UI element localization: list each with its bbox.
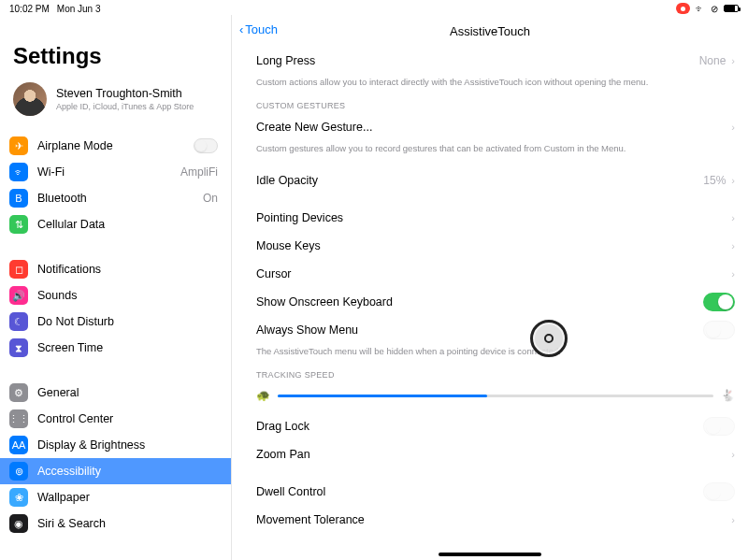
status-bar: 10:02 PM Mon Jun 3 ᯤ ⊘ [0,0,748,15]
sidebar-item-airplane-mode[interactable]: ✈Airplane Mode [0,133,231,159]
page-title: AssistiveTouch [450,24,530,38]
movement-tolerance-row[interactable]: Movement Tolerance › [256,506,735,534]
long-press-footer: Custom actions allow you to interact dir… [256,75,735,95]
mouse-keys-row[interactable]: Mouse Keys › [256,232,735,260]
tracking-speed-slider[interactable]: 🐢 🐇 [256,382,735,409]
sidebar-item-accessibility[interactable]: ⊚Accessibility [0,458,231,484]
show-keyboard-row[interactable]: Show Onscreen Keyboard [256,288,735,316]
tortoise-icon: 🐢 [256,389,270,402]
sidebar-item-label: Wallpaper [37,491,218,504]
sidebar-item-general[interactable]: ⚙General [0,380,231,406]
sidebar-item-label: Control Center [37,412,218,425]
wallpaper-icon: ❀ [9,488,28,507]
siri-icon: ◉ [9,514,28,533]
airplane-mode-toggle[interactable] [194,138,218,153]
bluetooth-icon: B [9,189,28,208]
accessibility-icon: ⊚ [9,462,28,481]
wifi-icon: ᯤ [9,163,28,181]
sidebar-item-label: Sounds [37,289,218,302]
orientation-lock-icon: ⊘ [711,4,718,14]
sidebar-item-sounds[interactable]: 🔊Sounds [0,282,231,309]
chevron-left-icon: ‹ [239,22,243,36]
sidebar-item-display-brightness[interactable]: AADisplay & Brightness [0,432,231,458]
chevron-right-icon: › [731,240,735,251]
sidebar-item-control-center[interactable]: ⋮⋮Control Center [0,406,231,432]
custom-gestures-footer: Custom gestures allow you to record gest… [256,141,735,162]
chevron-right-icon: › [731,55,735,66]
assistivetouch-cursor[interactable] [530,320,568,357]
sidebar-item-do-not-disturb[interactable]: ☾Do Not Disturb [0,309,231,335]
home-indicator[interactable] [439,553,541,556]
dwell-control-row[interactable]: Dwell Control [256,478,735,506]
always-show-menu-footer: The AssistiveTouch menu will be hidden w… [256,344,735,365]
hourglass-icon: ⧗ [9,338,28,357]
control-center-icon: ⋮⋮ [9,409,28,428]
cellular-icon: ⇅ [9,215,28,234]
show-keyboard-toggle[interactable] [703,293,735,311]
sidebar-item-cellular-data[interactable]: ⇅Cellular Data [0,211,231,237]
tracking-speed-header: TRACKING SPEED [256,365,735,382]
airplane-icon: ✈ [9,136,28,155]
status-date: Mon Jun 3 [57,4,101,14]
sidebar-item-label: Notifications [37,263,218,276]
always-show-menu-row[interactable]: Always Show Menu [256,316,735,344]
sidebar-item-notifications[interactable]: ◻Notifications [0,256,231,282]
chevron-right-icon: › [731,212,735,223]
always-show-menu-toggle[interactable] [703,321,735,339]
moon-icon: ☾ [9,312,28,331]
chevron-right-icon: › [731,449,735,460]
sidebar-item-label: Screen Time [37,341,218,354]
bell-icon: ◻ [9,260,28,279]
zoom-pan-row[interactable]: Zoom Pan › [256,440,735,468]
wifi-icon: ᯤ [696,4,705,14]
detail-pane: ‹ Touch AssistiveTouch Long Press None› … [232,15,748,560]
sidebar-item-label: Cellular Data [37,218,218,231]
sidebar-item-label: Display & Brightness [37,438,218,452]
profile-sub: Apple ID, iCloud, iTunes & App Store [56,100,194,111]
apple-id-row[interactable]: Steven Troughton-Smith Apple ID, iCloud,… [0,79,231,129]
pointing-devices-row[interactable]: Pointing Devices › [256,204,735,232]
settings-title: Settings [0,15,231,79]
custom-gestures-header: CUSTOM GESTURES [256,95,735,113]
sidebar-item-label: Wi-Fi [37,165,171,179]
chevron-right-icon: › [731,122,735,133]
sidebar-item-label: Accessibility [37,465,218,478]
hare-icon: 🐇 [721,389,735,402]
brightness-icon: AA [9,436,28,454]
sidebar-item-label: Airplane Mode [37,139,184,152]
chevron-right-icon: › [731,514,735,525]
sidebar-item-bluetooth[interactable]: BBluetoothOn [0,185,231,211]
sidebar-item-label: Bluetooth [37,192,194,205]
screen-recording-indicator[interactable] [676,3,690,14]
sidebar-item-wallpaper[interactable]: ❀Wallpaper [0,484,231,510]
drag-lock-row[interactable]: Drag Lock [256,412,735,440]
profile-name: Steven Troughton-Smith [56,87,194,100]
long-press-row[interactable]: Long Press None› [256,47,735,75]
sidebar-item-label: General [37,386,218,399]
sidebar-item-screen-time[interactable]: ⧗Screen Time [0,335,231,361]
dwell-control-toggle[interactable] [703,482,735,501]
sidebar: Settings Steven Troughton-Smith Apple ID… [0,15,232,560]
avatar [13,82,47,116]
chevron-right-icon: › [731,268,735,280]
chevron-right-icon: › [731,175,735,186]
sidebar-item-label: Do Not Disturb [37,315,218,328]
gear-icon: ⚙ [9,383,28,402]
create-gesture-row[interactable]: Create New Gesture... › [256,113,735,141]
cursor-row[interactable]: Cursor › [256,260,735,288]
status-time: 10:02 PM [9,4,50,14]
back-button[interactable]: ‹ Touch [239,22,278,36]
idle-opacity-row[interactable]: Idle Opacity 15%› [256,166,735,194]
speaker-icon: 🔊 [9,286,28,305]
sidebar-item-wi-fi[interactable]: ᯤWi-FiAmpliFi [0,159,231,185]
drag-lock-toggle[interactable] [703,417,735,436]
battery-icon [724,5,739,12]
sidebar-item-label: Siri & Search [37,517,218,530]
sidebar-item-siri-search[interactable]: ◉Siri & Search [0,510,231,537]
back-label: Touch [245,22,278,36]
